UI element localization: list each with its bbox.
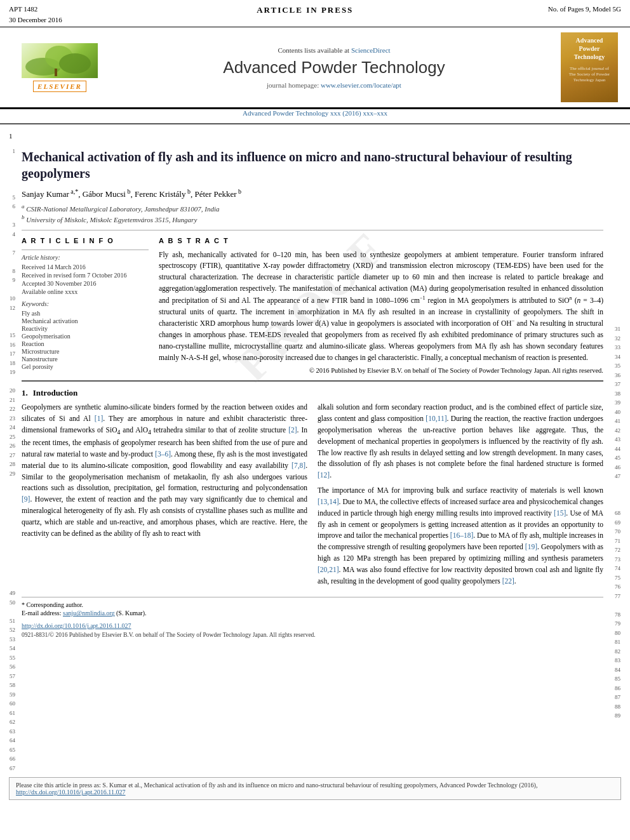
abstract-divider bbox=[22, 380, 603, 382]
kw-3: Reactivity bbox=[22, 325, 149, 332]
keywords-label: Keywords: bbox=[22, 300, 149, 307]
sciencedirect-line: Contents lists available at ScienceDirec… bbox=[278, 46, 390, 54]
sciencedirect-link[interactable]: ScienceDirect bbox=[351, 46, 391, 54]
header-divider bbox=[0, 123, 630, 124]
kw-5: Reaction bbox=[22, 340, 149, 347]
kw-6: Microstructure bbox=[22, 348, 149, 355]
apt-badge-title: AdvancedPowderTechnology bbox=[574, 36, 605, 61]
top-header: APT 1482 30 December 2016 ARTICLE IN PRE… bbox=[0, 0, 630, 27]
article-title: Mechanical activation of fly ash and its… bbox=[22, 149, 603, 182]
apt-id: APT 1482 bbox=[9, 4, 62, 15]
date-online: Available online xxxx bbox=[22, 288, 149, 295]
intro-para-2: alkali solution and form secondary react… bbox=[318, 402, 603, 481]
abstract-heading: A B S T R A C T bbox=[159, 237, 603, 244]
header-left: APT 1482 30 December 2016 bbox=[9, 4, 62, 25]
author-4: Péter Pekker bbox=[194, 189, 236, 199]
intro-para-1: Geopolymers are synthetic alumino-silica… bbox=[22, 402, 307, 539]
history-label: Article history: bbox=[22, 254, 149, 261]
kw-8: Gel porosity bbox=[22, 363, 149, 370]
section-number: 1. bbox=[22, 388, 28, 398]
info-divider bbox=[22, 230, 603, 230]
article-info-col: A R T I C L E I N F O Article history: R… bbox=[22, 237, 149, 375]
header-date: 30 December 2016 bbox=[9, 15, 62, 25]
citation-box: Please cite this article in press as: S.… bbox=[9, 777, 621, 800]
authors-line: Sanjay Kumar a,*, Gábor Mucsi b, Ferenc … bbox=[22, 188, 603, 199]
date-accepted: Accepted 30 November 2016 bbox=[22, 280, 149, 287]
abstract-copyright: © 2016 Published by Elsevier B.V. on beh… bbox=[159, 367, 603, 374]
doi-journal-link[interactable]: Advanced Powder Technology xxx (2016) xx… bbox=[243, 109, 387, 117]
date-revised: Received in revised form 7 October 2016 bbox=[22, 272, 149, 279]
author-1: Sanjay Kumar bbox=[22, 189, 69, 199]
journal-header: ELSEVIER Contents lists available at Sci… bbox=[0, 27, 630, 109]
affiliation-a: a CSIR-National Metallurgical Laboratory… bbox=[22, 203, 603, 213]
abstract-col: A B S T R A C T Fly ash, mechanically ac… bbox=[159, 237, 603, 375]
right-line-numbers: 31 32 33 34 35 36 37 38 39 40 41 42 43 4… bbox=[612, 141, 630, 773]
citation-text: Please cite this article in press as: S.… bbox=[16, 782, 537, 789]
watermark-container: PROOF A R T I C L E I N F O Article hist… bbox=[22, 237, 603, 375]
page-number: 1 bbox=[0, 131, 630, 141]
main-content: 1 5 6 3 4 7 8 9 10 12 15 16 17 18 19 20 … bbox=[0, 141, 630, 773]
journal-center: Contents lists available at ScienceDirec… bbox=[117, 32, 551, 102]
intro-two-col: Geopolymers are synthetic alumino-silica… bbox=[22, 402, 603, 590]
section-title: Introduction bbox=[33, 388, 78, 398]
kw-7: Nanostructure bbox=[22, 356, 149, 363]
issn-line: 0921-8831/© 2016 Published by Elsevier B… bbox=[22, 632, 603, 638]
intro-para-3: The importance of MA for improving bulk … bbox=[318, 485, 603, 587]
journal-title: Advanced Powder Technology bbox=[223, 58, 445, 77]
author-3: Ferenc Kristály bbox=[135, 189, 186, 199]
affiliation-b: b University of Miskolc, Miskolc Egyetem… bbox=[22, 214, 603, 223]
intro-left-col: Geopolymers are synthetic alumino-silica… bbox=[22, 402, 307, 590]
doi-footer: http://dx.doi.org/10.1016/j.apt.2016.11.… bbox=[22, 620, 603, 630]
apt-badge: AdvancedPowderTechnology The official jo… bbox=[561, 32, 618, 102]
footnote-section: * Corresponding author. E-mail address: … bbox=[22, 597, 603, 617]
article-body: Mechanical activation of fly ash and its… bbox=[18, 141, 612, 773]
email-link[interactable]: sanju@nmlindia.org bbox=[63, 610, 115, 617]
kw-1: Fly ash bbox=[22, 310, 149, 317]
svg-rect-3 bbox=[55, 69, 57, 76]
abstract-text: Fly ash, mechanically activated for 0–12… bbox=[159, 250, 603, 364]
page-info: No. of Pages 9, Model 5G bbox=[548, 4, 621, 15]
date-received: Received 14 March 2016 bbox=[22, 263, 149, 270]
left-line-numbers: 1 5 6 3 4 7 8 9 10 12 15 16 17 18 19 20 … bbox=[0, 141, 18, 773]
citation-doi-link[interactable]: http://dx.doi.org/10.1016/j.apt.2016.11.… bbox=[16, 789, 126, 796]
elsevier-badge: ELSEVIER bbox=[33, 81, 86, 92]
homepage-line: journal homepage: www.elsevier.com/locat… bbox=[267, 81, 401, 89]
author-2: Gábor Mucsi bbox=[83, 189, 126, 199]
corresponding-label: * Corresponding author. bbox=[22, 601, 603, 608]
section-title-row: 1. Introduction bbox=[22, 388, 603, 398]
email-line: E-mail address: sanju@nmlindia.org (S. K… bbox=[22, 610, 603, 617]
article-status: ARTICLE IN PRESS bbox=[257, 4, 353, 15]
apt-badge-area: AdvancedPowderTechnology The official jo… bbox=[558, 32, 621, 102]
svg-point-2 bbox=[59, 53, 91, 74]
elsevier-logo-area: ELSEVIER bbox=[9, 32, 111, 102]
intro-right-col: alkali solution and form secondary react… bbox=[318, 402, 603, 590]
doi-footer-link[interactable]: http://dx.doi.org/10.1016/j.apt.2016.11.… bbox=[22, 622, 131, 629]
kw-2: Mechanical activation bbox=[22, 317, 149, 324]
introduction-section: 1. Introduction Geopolymers are syntheti… bbox=[22, 388, 603, 590]
elsevier-image bbox=[22, 43, 98, 78]
info-abstract-section: A R T I C L E I N F O Article history: R… bbox=[22, 237, 603, 375]
apt-badge-sub: The official journal ofThe Society of Po… bbox=[569, 66, 610, 83]
homepage-link[interactable]: www.elsevier.com/locate/apt bbox=[321, 81, 401, 89]
doi-line: Advanced Powder Technology xxx (2016) xx… bbox=[0, 109, 630, 117]
article-info-heading: A R T I C L E I N F O bbox=[22, 237, 149, 244]
kw-4: Geopolymerisation bbox=[22, 333, 149, 340]
